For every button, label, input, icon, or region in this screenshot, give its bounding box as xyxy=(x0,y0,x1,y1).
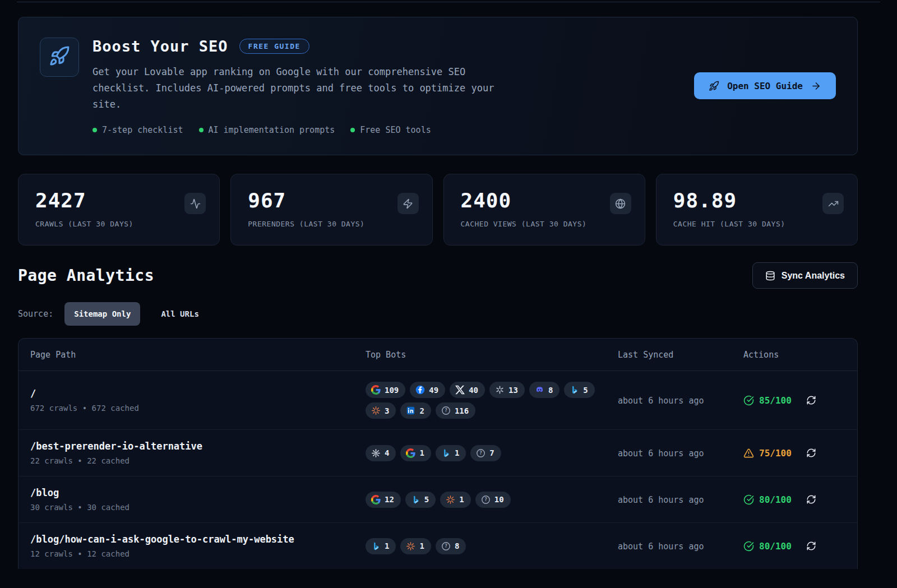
bot-badge-google[interactable]: 12 xyxy=(366,492,401,508)
seo-score: 75/100 xyxy=(743,448,792,459)
refresh-button[interactable] xyxy=(806,494,816,504)
last-synced: about 6 hours ago xyxy=(618,448,704,459)
bot-badge-bing[interactable]: 5 xyxy=(405,492,436,508)
top-bots-cell: 1094940138532?116 xyxy=(366,382,597,419)
table-row[interactable]: /best-prerender-io-alternative22 crawls … xyxy=(19,429,857,476)
column-header-top-bots: Top Bots xyxy=(366,350,618,360)
banner-content: Boost Your SEO FREE GUIDE Get your Lovab… xyxy=(93,38,517,135)
bot-badge-google[interactable]: 1 xyxy=(400,445,431,461)
column-header-actions: Actions xyxy=(743,350,845,360)
linkedin-bot-icon xyxy=(406,406,415,415)
x-bot-icon xyxy=(455,385,465,395)
bot-count: 1 xyxy=(385,541,389,550)
bot-count: 1 xyxy=(419,448,424,457)
zap-icon xyxy=(403,198,413,209)
bot-count: 2 xyxy=(419,406,424,415)
unknown-bot-icon: ? xyxy=(441,541,451,551)
bot-count: 5 xyxy=(583,386,588,395)
bot-badge-bing[interactable]: 1 xyxy=(366,538,396,554)
bot-badge-facebook[interactable]: 49 xyxy=(410,382,445,398)
table-row[interactable]: /672 crawls • 672 cached1094940138532?11… xyxy=(19,371,857,429)
source-option-sitemap-only[interactable]: Sitemap Only xyxy=(64,302,140,326)
bot-badge-x[interactable]: 40 xyxy=(450,382,485,398)
bot-count: 4 xyxy=(385,448,389,457)
page-title: Page Analytics xyxy=(18,266,154,285)
bing-bot-icon xyxy=(411,495,420,504)
refresh-button[interactable] xyxy=(806,395,816,405)
bot-badge-claude[interactable]: 3 xyxy=(366,402,396,419)
free-guide-badge: FREE GUIDE xyxy=(239,39,309,54)
warning-triangle-icon xyxy=(743,448,754,459)
bot-badge-unknown[interactable]: ?10 xyxy=(475,492,511,508)
svg-text:?: ? xyxy=(445,543,447,549)
bot-badge-unknown[interactable]: ?8 xyxy=(436,538,466,554)
bing-bot-icon xyxy=(570,385,579,395)
bot-badge-unknown[interactable]: ?116 xyxy=(436,402,475,419)
refresh-icon xyxy=(806,395,816,405)
refresh-button[interactable] xyxy=(806,541,816,551)
bot-badge-bing[interactable]: 1 xyxy=(436,445,466,461)
bot-badge-bing[interactable]: 5 xyxy=(564,382,594,398)
stat-card-cache-hit: 98.89 CACHE HIT (LAST 30 DAYS) xyxy=(656,174,858,246)
svg-text:?: ? xyxy=(479,450,482,456)
globe-icon xyxy=(615,198,626,209)
bot-count: 12 xyxy=(385,495,394,504)
bot-badge-linkedin[interactable]: 2 xyxy=(400,402,431,419)
stat-card-prerenders: 967 PRERENDERS (LAST 30 DAYS) xyxy=(230,174,432,246)
stat-card-crawls: 2427 CRAWLS (LAST 30 DAYS) xyxy=(18,174,220,246)
refresh-button[interactable] xyxy=(806,448,816,458)
stat-value: 2400 xyxy=(461,189,631,212)
table-body: /672 crawls • 672 cached1094940138532?11… xyxy=(19,371,857,569)
bot-count: 1 xyxy=(455,448,459,457)
unknown-bot-icon: ? xyxy=(476,448,486,458)
page-content: Boost Your SEO FREE GUIDE Get your Lovab… xyxy=(18,17,858,569)
rocket-icon xyxy=(709,81,719,91)
top-bots-cell: 411?7 xyxy=(366,445,597,461)
arrow-right-icon xyxy=(811,81,821,91)
sync-analytics-button[interactable]: Sync Analytics xyxy=(752,262,858,289)
last-synced: about 6 hours ago xyxy=(618,541,704,552)
column-header-last-synced: Last Synced xyxy=(618,350,743,360)
stat-label: CACHED VIEWS (LAST 30 DAYS) xyxy=(461,220,631,228)
bot-badge-discord[interactable]: 8 xyxy=(529,382,560,398)
last-synced: about 6 hours ago xyxy=(618,396,704,406)
bot-count: 7 xyxy=(489,448,494,457)
rocket-icon xyxy=(49,45,70,69)
bot-badge-google[interactable]: 109 xyxy=(366,382,405,398)
source-option-all-urls[interactable]: All URLs xyxy=(151,302,208,326)
page-analytics-table: Page Path Top Bots Last Synced Actions /… xyxy=(18,338,858,569)
page-crawl-meta: 22 crawls • 22 cached xyxy=(30,456,366,465)
feature-item: 7-step checklist xyxy=(93,125,183,135)
svg-text:?: ? xyxy=(484,497,487,502)
bot-count: 8 xyxy=(455,541,459,550)
bing-bot-icon xyxy=(371,541,381,551)
table-row[interactable]: /blog/how-can-i-ask-google-to-crawl-my-w… xyxy=(19,522,857,569)
stat-value: 98.89 xyxy=(673,189,844,212)
top-bots-cell: 11?8 xyxy=(366,538,597,554)
generic-bot-bot-icon xyxy=(371,448,381,458)
bot-badge-openai[interactable]: 13 xyxy=(489,382,525,398)
open-seo-guide-button[interactable]: Open SEO Guide xyxy=(694,72,836,99)
openai-bot-icon xyxy=(495,385,505,395)
table-row[interactable]: /blog30 crawls • 30 cached1251?10about 6… xyxy=(19,476,857,522)
banner-title: Boost Your SEO xyxy=(93,38,228,55)
page-crawl-meta: 30 crawls • 30 cached xyxy=(30,503,366,512)
bot-count: 49 xyxy=(429,386,438,395)
claude-bot-icon xyxy=(371,406,381,415)
bot-count: 13 xyxy=(508,386,518,395)
feature-item: AI implementation prompts xyxy=(199,125,335,135)
bot-badge-claude[interactable]: 1 xyxy=(400,538,431,554)
bot-badge-unknown[interactable]: ?7 xyxy=(470,445,501,461)
page-path: /blog/how-can-i-ask-google-to-crawl-my-w… xyxy=(30,534,366,545)
google-bot-icon xyxy=(371,385,381,395)
stat-card-cached-views: 2400 CACHED VIEWS (LAST 30 DAYS) xyxy=(443,174,645,246)
page-path: / xyxy=(30,388,366,399)
bot-badge-generic-bot[interactable]: 4 xyxy=(366,445,396,461)
page-path: /best-prerender-io-alternative xyxy=(30,441,366,452)
stat-label: CRAWLS (LAST 30 DAYS) xyxy=(35,220,206,228)
top-divider xyxy=(17,2,880,2)
bot-badge-claude[interactable]: 1 xyxy=(440,492,470,508)
bot-count: 1 xyxy=(419,541,424,550)
seo-banner: Boost Your SEO FREE GUIDE Get your Lovab… xyxy=(18,17,858,155)
bot-count: 116 xyxy=(455,406,469,415)
